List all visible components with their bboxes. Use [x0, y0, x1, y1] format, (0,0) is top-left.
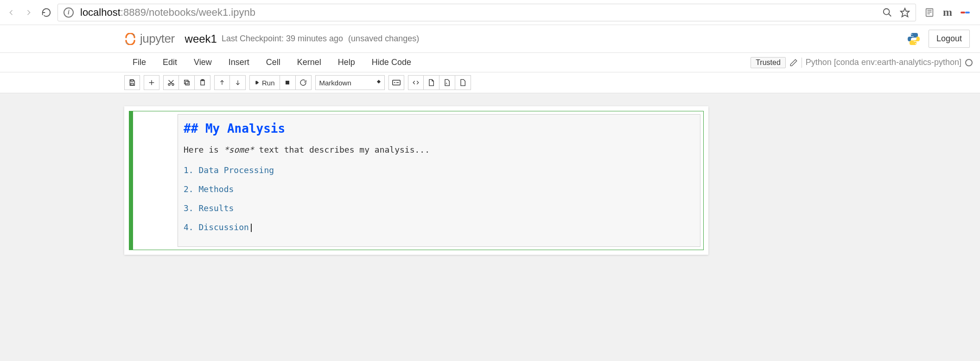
interrupt-button[interactable] [280, 75, 296, 90]
kernel-indicator-icon [965, 59, 973, 66]
insert-cell-below-button[interactable] [144, 75, 159, 90]
menu-bar: File Edit View Insert Cell Kernel Help H… [0, 53, 980, 72]
cell-edit-indicator [129, 111, 133, 250]
cell-editor[interactable]: ## My Analysis Here is *some* text that … [178, 114, 700, 247]
md-list-item: 3. Results [184, 202, 694, 215]
edit-icon[interactable] [789, 58, 798, 67]
browser-toolbar: i localhost:8889/notebooks/week1.ipynb m [0, 0, 980, 25]
url-bar[interactable]: i localhost:8889/notebooks/week1.ipynb [57, 4, 916, 21]
cut-button[interactable] [163, 75, 179, 90]
menu-help[interactable]: Help [330, 53, 363, 72]
zoom-icon[interactable] [882, 7, 892, 18]
save-button[interactable] [124, 75, 140, 90]
svg-line-1 [889, 13, 891, 16]
bookmark-star-icon[interactable] [900, 7, 910, 18]
md-list-item: 4. Discussion [184, 221, 694, 234]
site-info-icon[interactable]: i [64, 7, 74, 18]
logout-button[interactable]: Logout [929, 30, 970, 48]
kernel-name[interactable]: Python [conda env:earth-analytics-python… [806, 58, 961, 67]
svg-text:A: A [445, 82, 447, 85]
notebook-container: ## My Analysis Here is *some* text that … [124, 106, 708, 255]
toggle-code-button[interactable] [408, 75, 424, 90]
move-up-button[interactable] [214, 75, 230, 90]
svg-rect-11 [131, 80, 133, 81]
menu-edit[interactable]: Edit [154, 53, 185, 72]
jupyter-logo[interactable]: jupyter [124, 32, 175, 46]
svg-marker-25 [256, 81, 257, 84]
checkpoint-status: Last Checkpoint: 39 minutes ago (unsaved… [222, 34, 419, 44]
extension-m-icon[interactable]: m [943, 6, 952, 19]
md-list-item: 2. Methods [184, 183, 694, 196]
menu-file[interactable]: File [124, 53, 154, 72]
browser-extensions: m [921, 6, 975, 19]
md-paragraph: Here is *some* text that describes my an… [184, 143, 694, 157]
svg-rect-12 [131, 83, 133, 85]
notebook-name[interactable]: week1 [185, 32, 217, 45]
svg-point-8 [126, 42, 127, 44]
menu-insert[interactable]: Insert [220, 53, 258, 72]
svg-point-7 [134, 34, 135, 35]
forward-button[interactable] [22, 6, 35, 19]
menu-view[interactable]: View [185, 53, 220, 72]
svg-marker-2 [901, 8, 909, 16]
svg-point-9 [911, 34, 912, 35]
svg-rect-19 [185, 81, 189, 85]
md-heading: ## My Analysis [184, 119, 694, 139]
trusted-badge[interactable]: Trusted [751, 57, 786, 68]
reload-button[interactable] [40, 6, 53, 19]
menu-hide-code[interactable]: Hide Code [363, 53, 420, 72]
download-pdf-button[interactable]: A [439, 75, 455, 90]
move-down-button[interactable] [230, 75, 246, 90]
text-cursor [251, 224, 252, 232]
notebook-area: ## My Analysis Here is *some* text that … [0, 93, 980, 361]
svg-point-0 [884, 8, 890, 14]
jupyter-logo-icon [124, 33, 136, 45]
download-html-button[interactable] [455, 75, 471, 90]
separator [802, 58, 802, 68]
jupyter-header: jupyter week1 Last Checkpoint: 39 minute… [0, 25, 980, 53]
svg-point-10 [915, 43, 916, 44]
md-list-item: 1. Data Processing [184, 164, 694, 177]
menu-cell[interactable]: Cell [258, 53, 289, 72]
cell-prompt-area [133, 111, 178, 250]
python-logo-icon [906, 32, 921, 46]
toolbar: Run Markdown A [0, 72, 980, 93]
url-text: localhost:8889/notebooks/week1.ipynb [80, 6, 255, 19]
reader-icon[interactable] [924, 7, 935, 18]
paste-button[interactable] [195, 75, 210, 90]
command-palette-button[interactable] [388, 75, 404, 90]
back-button[interactable] [5, 6, 18, 19]
download-notebook-button[interactable] [424, 75, 439, 90]
svg-marker-26 [257, 81, 259, 84]
cell-type-select[interactable]: Markdown [315, 75, 385, 90]
copy-button[interactable] [179, 75, 195, 90]
extension-swoosh-icon[interactable] [961, 9, 972, 16]
svg-rect-27 [286, 81, 289, 84]
run-button[interactable]: Run [249, 75, 280, 90]
restart-button[interactable] [296, 75, 312, 90]
menu-kernel[interactable]: Kernel [289, 53, 330, 72]
markdown-cell[interactable]: ## My Analysis Here is *some* text that … [129, 111, 704, 250]
jupyter-logo-text: jupyter [140, 32, 175, 46]
svg-rect-20 [184, 80, 188, 84]
